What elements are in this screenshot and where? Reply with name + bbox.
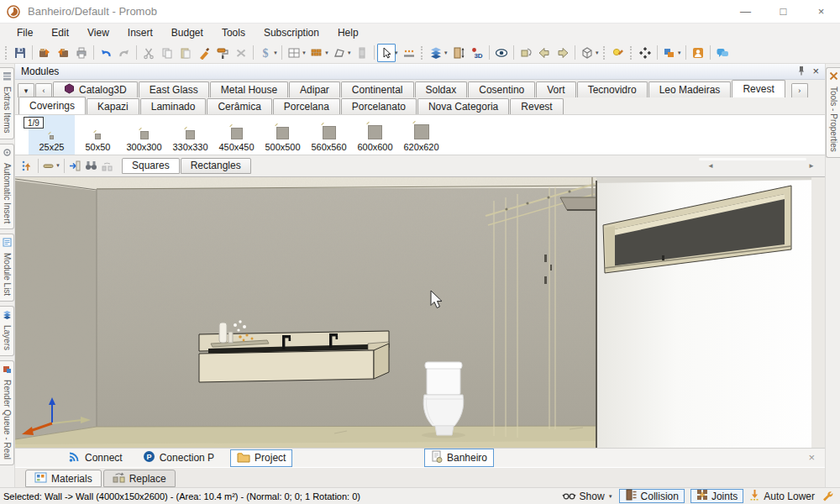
- maximize-button[interactable]: □: [764, 0, 802, 24]
- catalog-tab-vort[interactable]: Vort: [536, 81, 575, 97]
- menu-subscription[interactable]: Subscription: [255, 27, 328, 39]
- user-account-icon[interactable]: [689, 44, 707, 62]
- show-button[interactable]: Show ▼: [562, 490, 613, 503]
- menu-insert[interactable]: Insert: [118, 27, 162, 39]
- tile-item-620x620[interactable]: 620x620: [398, 115, 444, 155]
- door-dimensions-icon[interactable]: [449, 44, 468, 62]
- tab-project[interactable]: Project: [230, 449, 292, 467]
- dropdown-arrow-icon[interactable]: ▼: [444, 50, 449, 55]
- sidebar-tab-extras-items[interactable]: Extras Items: [0, 67, 14, 139]
- category-tab-kapazi[interactable]: Kapazi: [87, 98, 139, 114]
- catalog-tab-adipar[interactable]: Adipar: [289, 81, 340, 97]
- perspective-cube-icon[interactable]: [578, 44, 596, 62]
- cut-icon[interactable]: [139, 44, 158, 62]
- layers-icon[interactable]: [427, 44, 445, 62]
- search-binoculars-icon[interactable]: [83, 158, 99, 174]
- export-project-icon[interactable]: [54, 44, 72, 62]
- dropdown-arrow-icon[interactable]: ▼: [677, 50, 682, 55]
- 3d-view-icon[interactable]: 3D: [468, 44, 486, 62]
- sidebar-tab-tools-properties[interactable]: Tools - Properties: [826, 67, 840, 158]
- copy-icon[interactable]: [158, 44, 176, 62]
- format-painter-icon[interactable]: [195, 44, 213, 62]
- modules-close-icon[interactable]: ×: [812, 66, 819, 76]
- print-icon[interactable]: [72, 44, 91, 62]
- sidebar-tab-layers[interactable]: Layers: [0, 306, 14, 356]
- paint-roller-icon[interactable]: [213, 44, 232, 62]
- light-picker-icon[interactable]: [609, 44, 627, 62]
- catalog-tab-east-glass[interactable]: East Glass: [139, 81, 209, 97]
- dropdown-arrow-icon[interactable]: ▼: [394, 50, 399, 55]
- tile-item-600x600[interactable]: 600x600: [352, 115, 398, 155]
- import-project-icon[interactable]: [35, 44, 54, 62]
- select-cursor-icon[interactable]: [377, 44, 396, 62]
- scroll-right-icon[interactable]: ►: [808, 162, 815, 170]
- catalog-tab-continental[interactable]: Continental: [341, 81, 414, 97]
- apply-insert-icon[interactable]: [67, 158, 83, 174]
- tab-document-banheiro[interactable]: Banheiro: [424, 449, 494, 467]
- catalog-tab-cosentino[interactable]: Cosentino: [468, 81, 535, 97]
- tab-conection-p[interactable]: P Conection P: [137, 449, 220, 466]
- scroll-left-icon[interactable]: ◄: [707, 162, 714, 170]
- tab-squares[interactable]: Squares: [122, 158, 180, 174]
- tile-item-560x560[interactable]: 560x560: [306, 115, 352, 155]
- category-tab-revest[interactable]: Revest: [510, 98, 563, 114]
- navigate-forward-icon[interactable]: [554, 44, 572, 62]
- close-button[interactable]: ×: [802, 0, 840, 24]
- dropdown-arrow-icon[interactable]: ▼: [273, 50, 278, 55]
- category-tab-ceramica[interactable]: Cerâmica: [207, 98, 271, 114]
- menu-budget[interactable]: Budget: [162, 27, 213, 39]
- measure-icon[interactable]: [400, 44, 418, 62]
- sidebar-tab-automatic-insert[interactable]: Automatic Insert: [0, 144, 14, 229]
- room-floor[interactable]: [15, 426, 596, 449]
- sidebar-tab-render-queue[interactable]: Render Queue - Real: [0, 360, 14, 465]
- save-icon[interactable]: [11, 44, 29, 62]
- tab-connect[interactable]: Connect: [62, 449, 129, 466]
- document-close-icon[interactable]: ×: [808, 451, 815, 464]
- menu-view[interactable]: View: [78, 27, 118, 39]
- pin-icon[interactable]: [797, 66, 806, 78]
- tab-rectangles[interactable]: Rectangles: [181, 158, 251, 174]
- move-modules-icon[interactable]: [636, 44, 654, 62]
- sidebar-tab-module-list[interactable]: Module List: [0, 234, 14, 302]
- tile-item-450x450[interactable]: 450x450: [213, 115, 260, 155]
- tab-replace[interactable]: Replace: [103, 470, 176, 487]
- catalog-scroll-left-button[interactable]: ‹: [35, 83, 52, 97]
- insert-module-icon[interactable]: [19, 158, 35, 174]
- tile-item-500x500[interactable]: 500x500: [260, 115, 306, 155]
- category-tab-coverings[interactable]: Coverings: [18, 97, 86, 114]
- catalog-tab-revest[interactable]: Revest: [732, 80, 785, 97]
- catalog-tab-soldax[interactable]: Soldax: [415, 81, 468, 97]
- tile-item-300x300[interactable]: 300x300: [121, 115, 167, 155]
- menu-edit[interactable]: Edit: [42, 27, 78, 39]
- horizontal-scrollbar[interactable]: [699, 158, 806, 160]
- dropdown-arrow-icon[interactable]: ▼: [595, 50, 600, 55]
- column-icon[interactable]: [353, 44, 371, 62]
- paste-icon[interactable]: [176, 44, 195, 62]
- menu-file[interactable]: File: [8, 27, 42, 39]
- catalog-scroll-right-button[interactable]: ›: [791, 83, 808, 97]
- minimize-button[interactable]: —: [727, 0, 764, 24]
- dropdown-arrow-icon[interactable]: ▼: [347, 50, 352, 55]
- replace-disabled-icon[interactable]: [99, 158, 115, 174]
- navigate-back-icon[interactable]: [535, 44, 554, 62]
- tab-materials[interactable]: Materials: [25, 470, 102, 487]
- redo-icon[interactable]: [115, 44, 134, 62]
- build-walls-icon[interactable]: [307, 44, 326, 62]
- catalog-dropdown-button[interactable]: ▾: [18, 83, 34, 97]
- joints-button[interactable]: Joints: [690, 489, 743, 503]
- category-tab-laminado[interactable]: Laminado: [140, 98, 207, 114]
- catalog-tab-tecnovidro[interactable]: Tecnovidro: [577, 81, 648, 97]
- auto-lower-button[interactable]: Auto Lower: [749, 489, 815, 503]
- budget-dollar-icon[interactable]: $: [256, 44, 275, 62]
- dropdown-arrow-icon[interactable]: ▼: [55, 163, 60, 168]
- undo-icon[interactable]: [97, 44, 115, 62]
- visibility-eye-icon[interactable]: [492, 44, 511, 62]
- menu-help[interactable]: Help: [328, 27, 368, 39]
- catalog-tab-catalog3d[interactable]: Catalog3D: [53, 81, 138, 97]
- settings-wrench-icon[interactable]: [821, 490, 833, 503]
- environments-icon[interactable]: [285, 44, 303, 62]
- catalog-tab-leo-madeiras[interactable]: Leo Madeiras: [648, 81, 732, 97]
- render-styles-icon[interactable]: [660, 44, 679, 62]
- dropdown-arrow-icon[interactable]: ▼: [302, 50, 307, 55]
- tile-item-50x50[interactable]: 50x50: [75, 115, 121, 155]
